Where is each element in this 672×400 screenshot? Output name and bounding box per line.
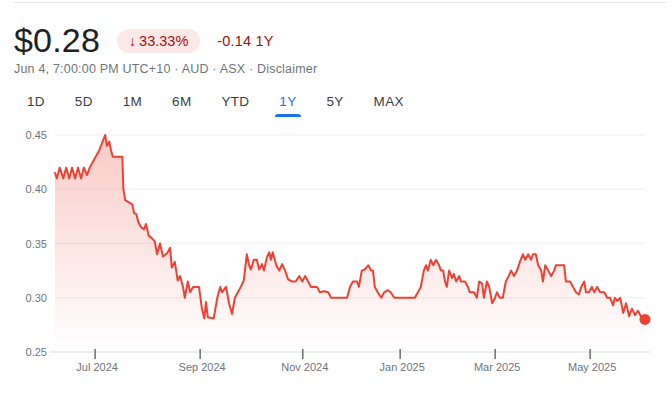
x-axis-label: Jan 2025 [380, 361, 425, 373]
price-chart[interactable]: Jul 2024Sep 2024Nov 2024Jan 2025Mar 2025… [0, 125, 672, 400]
tab-1y[interactable]: 1Y [264, 88, 311, 117]
tab-max[interactable]: MAX [359, 88, 419, 117]
tab-5y[interactable]: 5Y [311, 88, 358, 117]
change-percent-value: 33.33% [139, 33, 188, 49]
y-axis-label: 0.35 [26, 238, 47, 250]
x-axis-label: Sep 2024 [179, 361, 226, 373]
change-percent-badge: ↓ 33.33% [117, 29, 200, 53]
tab-1m[interactable]: 1M [108, 88, 157, 117]
latest-price-dot [640, 314, 651, 325]
x-axis-label: Mar 2025 [474, 361, 520, 373]
tab-6m[interactable]: 6M [157, 88, 206, 117]
disclaimer-link[interactable]: Disclaimer [257, 62, 317, 76]
tab-ytd[interactable]: YTD [206, 88, 264, 117]
tab-1d[interactable]: 1D [12, 88, 60, 117]
time-range-tabs: 1D5D1M6MYTD1Y5YMAX [12, 88, 419, 117]
arrow-down-icon: ↓ [129, 33, 136, 49]
x-axis-label: May 2025 [568, 361, 616, 373]
change-absolute: -0.14 1Y [217, 33, 273, 49]
google-finance-quote-page: { "header": { "price": "$0.28", "badge_a… [0, 0, 672, 400]
tab-5d[interactable]: 5D [60, 88, 108, 117]
y-axis-label: 0.45 [26, 129, 47, 141]
quote-header: $0.28 ↓ 33.33% -0.14 1Y [14, 21, 274, 60]
y-axis-label: 0.30 [26, 292, 47, 304]
quote-meta: Jun 4, 7:00:00 PM UTC+10 · AUD · ASX · [14, 62, 253, 76]
x-axis-label: Nov 2024 [281, 361, 328, 373]
current-price: $0.28 [14, 21, 100, 60]
y-axis-label: 0.40 [26, 183, 47, 195]
x-axis-label: Jul 2024 [76, 361, 118, 373]
top-divider [13, 2, 667, 3]
quote-meta-row: Jun 4, 7:00:00 PM UTC+10 · AUD · ASX · D… [14, 62, 317, 76]
y-axis-label: 0.25 [26, 346, 47, 358]
